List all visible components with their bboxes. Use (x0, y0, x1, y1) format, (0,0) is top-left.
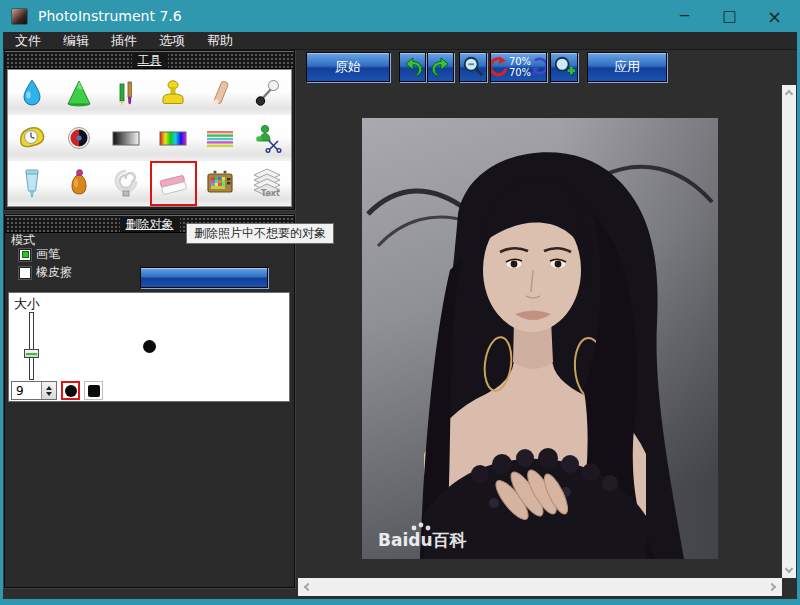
brush-shape-circle-button[interactable] (61, 381, 80, 400)
cone-icon (64, 78, 94, 108)
undo-button[interactable] (399, 52, 426, 82)
close-button[interactable]: × (752, 0, 797, 32)
pencil-brush-icon (111, 78, 141, 108)
scroll-left-button[interactable] (302, 578, 314, 596)
tool-melting-clock[interactable] (8, 115, 55, 160)
molecule-icon (252, 78, 282, 108)
vertical-scrollbar[interactable] (782, 85, 796, 578)
main-content: 工具 (3, 50, 797, 599)
brush-checkbox[interactable] (19, 249, 31, 261)
zoom-in-icon (552, 55, 576, 79)
window-title: PhotoInstrument 7.6 (38, 8, 182, 24)
original-button[interactable]: 原始 (306, 52, 390, 82)
text-layers-icon: Text (250, 167, 284, 199)
menu-bar: 文件 编辑 插件 选项 帮助 (3, 32, 797, 50)
clone-stamp-icon (157, 78, 189, 108)
eraser-icon (156, 168, 190, 198)
stepper-up-icon[interactable] (46, 386, 52, 390)
delete-panel-title: 删除对象 (120, 217, 180, 232)
tool-text-layers[interactable]: Text (244, 161, 291, 206)
tool-red-eye[interactable] (55, 115, 102, 160)
tool-water-drop[interactable] (8, 70, 55, 115)
chevron-down-icon (785, 565, 793, 573)
size-stepper[interactable] (41, 382, 56, 399)
maximize-button[interactable]: □ (707, 0, 752, 32)
scrollbar-corner (782, 578, 796, 596)
chevron-up-icon (785, 90, 793, 98)
finger-icon (205, 78, 235, 108)
circle-brush-icon (65, 385, 77, 397)
tool-pencil-brush[interactable] (102, 70, 149, 115)
tool-clone-stamp[interactable] (150, 70, 197, 115)
apply-button[interactable]: 应用 (587, 52, 667, 82)
tool-spiral-bulb[interactable] (102, 161, 149, 206)
menu-file[interactable]: 文件 (15, 32, 41, 50)
tools-panel: 工具 (4, 50, 295, 210)
rotate-left-icon (491, 56, 507, 78)
rotate-zoom-button[interactable]: 70% 70% (490, 52, 547, 82)
title-bar: PhotoInstrument 7.6 ─ □ × (3, 0, 797, 32)
eraser-checkbox[interactable] (19, 267, 31, 279)
scroll-up-button[interactable] (782, 88, 796, 100)
photo-image[interactable]: Baidu百科 (362, 118, 718, 559)
zoom-out-button[interactable] (459, 52, 487, 82)
zoom-in-button[interactable] (550, 52, 578, 82)
zoom-percent-top: 70% (509, 56, 531, 67)
tool-tube[interactable] (8, 161, 55, 206)
tool-rainbow-gradient[interactable] (150, 115, 197, 160)
text-layers-label: Text (261, 189, 280, 198)
brush-shape-square-button[interactable] (84, 381, 103, 400)
menu-edit[interactable]: 编辑 (63, 32, 89, 50)
tv-noise-icon (203, 168, 237, 198)
rainbow-gradient-icon (157, 123, 189, 153)
red-eye-icon (64, 123, 94, 153)
rotate-right-icon (533, 57, 546, 77)
size-slider-thumb[interactable] (24, 349, 39, 358)
water-drop-icon (17, 78, 47, 108)
size-panel: 大小 9 (8, 292, 290, 402)
grayscale-gradient-icon (110, 123, 142, 153)
zoom-percent-bottom: 70% (509, 67, 531, 78)
tools-panel-header: 工具 (5, 51, 294, 69)
app-window: PhotoInstrument 7.6 ─ □ × 文件 编辑 插件 选项 帮助… (0, 0, 800, 605)
tube-icon (17, 167, 47, 199)
brush-size-preview-dot (143, 340, 156, 353)
tool-molecule[interactable] (244, 70, 291, 115)
watermark: Baidu百科 (378, 530, 467, 550)
square-brush-icon (88, 385, 100, 397)
tools-grid: Text (7, 69, 292, 207)
stepper-down-icon[interactable] (46, 392, 52, 396)
tool-tv-noise[interactable] (197, 161, 244, 206)
figure-scissors-icon (251, 123, 283, 153)
size-slider-track[interactable] (29, 312, 34, 380)
brush-label: 画笔 (36, 246, 60, 263)
menu-options[interactable]: 选项 (159, 32, 185, 50)
brush-mode-checkbox-row[interactable]: 画笔 (19, 246, 60, 263)
menu-plugins[interactable]: 插件 (111, 32, 137, 50)
tool-bottle[interactable] (55, 161, 102, 206)
app-icon (11, 8, 28, 25)
scroll-down-button[interactable] (782, 563, 796, 575)
redo-icon (430, 56, 452, 78)
menu-help[interactable]: 帮助 (207, 32, 233, 50)
color-lines-icon (204, 123, 236, 153)
clear-button[interactable] (140, 267, 268, 288)
horizontal-scrollbar[interactable] (298, 578, 782, 596)
brush-checkmark (22, 251, 29, 258)
eraser-mode-checkbox-row[interactable]: 橡皮擦 (19, 264, 72, 281)
eraser-label: 橡皮擦 (36, 264, 72, 281)
tool-cone[interactable] (55, 70, 102, 115)
redo-button[interactable] (427, 52, 454, 82)
tool-finger-smudge[interactable] (197, 70, 244, 115)
zoom-out-icon (461, 55, 485, 79)
tool-grayscale-gradient[interactable] (102, 115, 149, 160)
size-value[interactable]: 9 (12, 382, 41, 399)
tool-color-lines[interactable] (197, 115, 244, 160)
size-spinbox[interactable]: 9 (11, 381, 57, 400)
tooltip: 删除照片中不想要的对象 (186, 223, 334, 244)
spiral-bulb-icon (111, 167, 141, 199)
minimize-button[interactable]: ─ (662, 0, 707, 32)
tool-eraser[interactable] (150, 161, 197, 206)
tool-figure-scissors[interactable] (244, 115, 291, 160)
scroll-right-button[interactable] (766, 578, 778, 596)
